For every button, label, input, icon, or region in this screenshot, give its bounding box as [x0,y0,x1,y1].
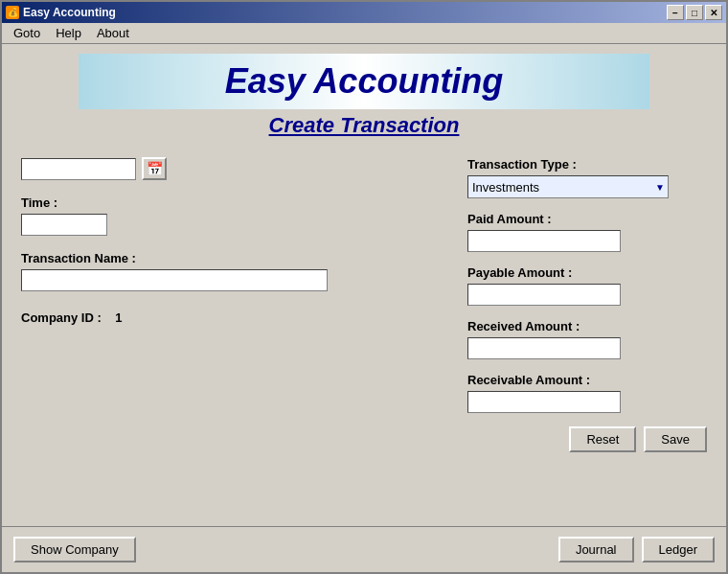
transaction-type-select-wrapper: Investments Expenses Income Other [467,175,669,198]
paid-amount-input[interactable] [467,230,621,252]
receivable-amount-input[interactable] [467,391,621,413]
paid-amount-label: Paid Amount : [467,212,707,226]
reset-button[interactable]: Reset [569,426,636,452]
ledger-button[interactable]: Ledger [642,537,715,563]
journal-button[interactable]: Journal [558,537,634,563]
title-bar: 💰 Easy Accounting − □ ✕ [2,2,726,23]
company-id-label: Company ID : [21,310,102,325]
maximize-button[interactable]: □ [686,5,703,20]
footer-right: Journal Ledger [558,537,715,563]
right-panel: Transaction Type : Investments Expenses … [467,157,707,452]
company-id-row: Company ID : 1 [21,310,448,325]
receivable-amount-label: Receivable Amount : [467,373,707,387]
payable-amount-label: Payable Amount : [467,265,707,280]
date-field-row: 1/9/13 📅 [21,157,448,180]
minimize-button[interactable]: − [667,5,684,20]
transaction-name-field-group: Transaction Name : [21,251,448,291]
company-id-value: 1 [115,310,122,325]
title-bar-left: 💰 Easy Accounting [6,6,116,19]
time-field-group: Time : 13:53:18 [21,195,448,236]
menu-goto[interactable]: Goto [6,24,48,42]
receivable-amount-field: Receivable Amount : [467,373,707,413]
menu-help[interactable]: Help [48,24,89,42]
calendar-button[interactable]: 📅 [142,157,167,180]
date-field-group: 1/9/13 📅 [21,157,448,180]
payable-amount-input[interactable] [467,284,621,306]
form-area: 1/9/13 📅 Time : 13:53:18 Transaction Nam… [21,157,707,452]
action-button-row: Reset Save [467,426,707,452]
date-input[interactable]: 1/9/13 [21,158,136,180]
transaction-type-field: Transaction Type : Investments Expenses … [467,157,707,198]
show-company-button[interactable]: Show Company [13,537,136,563]
app-title: Easy Accounting [79,54,649,109]
time-input[interactable]: 13:53:18 [21,214,107,236]
save-button[interactable]: Save [644,426,707,452]
paid-amount-field: Paid Amount : [467,212,707,252]
transaction-name-input[interactable] [21,269,328,291]
received-amount-field: Received Amount : [467,319,707,359]
payable-amount-field: Payable Amount : [467,265,707,306]
title-bar-buttons: − □ ✕ [667,5,722,20]
page-title: Create Transaction [21,113,707,138]
received-amount-label: Received Amount : [467,319,707,333]
footer: Show Company Journal Ledger [2,526,726,572]
transaction-type-label: Transaction Type : [467,157,707,172]
menu-about[interactable]: About [89,24,137,42]
received-amount-input[interactable] [467,337,621,359]
time-label: Time : [21,195,448,210]
app-icon: 💰 [6,6,19,19]
transaction-type-select[interactable]: Investments Expenses Income Other [467,175,669,198]
footer-left: Show Company [13,537,136,563]
transaction-name-label: Transaction Name : [21,251,448,265]
main-window: 💰 Easy Accounting − □ ✕ Goto Help About … [0,0,728,574]
title-bar-text: Easy Accounting [23,6,116,19]
main-content: Easy Accounting Create Transaction 1/9/1… [2,44,726,526]
menu-bar: Goto Help About [2,23,726,44]
left-panel: 1/9/13 📅 Time : 13:53:18 Transaction Nam… [21,157,467,452]
close-button[interactable]: ✕ [705,5,722,20]
